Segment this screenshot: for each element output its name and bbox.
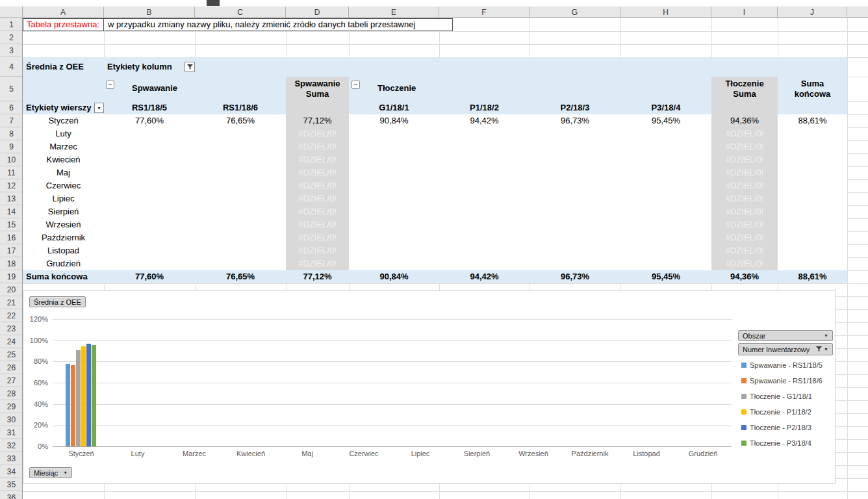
row-header-34[interactable]: 34 <box>0 465 23 478</box>
pivot-cell[interactable]: 95,45% <box>620 114 711 127</box>
row-header-31[interactable]: 31 <box>0 426 23 439</box>
row-header-35[interactable]: 35 <box>0 478 23 491</box>
pivot-row-label[interactable]: Kwiecień <box>23 153 104 166</box>
row-header-14[interactable]: 14 <box>0 205 23 218</box>
pivot-total-cell[interactable]: 95,45% <box>620 270 711 283</box>
pivot-row-label[interactable]: Wrzesień <box>23 218 104 231</box>
column-header-C[interactable]: C <box>195 6 286 18</box>
column-header-E[interactable]: E <box>349 6 439 18</box>
pivot-row-label[interactable]: Maj <box>23 166 104 179</box>
row-header-2[interactable]: 2 <box>0 31 23 44</box>
pivot-cell[interactable]: 77,12% <box>286 114 349 127</box>
note-label-cell[interactable]: Tabela przestawna: <box>23 18 104 31</box>
row-header-15[interactable]: 15 <box>0 218 23 231</box>
column-labels-cell[interactable]: Etykiety kolumn <box>107 57 172 77</box>
pivot-cell[interactable]: #DZIEL/0! <box>711 166 778 179</box>
pivot-cell[interactable]: #DZIEL/0! <box>711 218 778 231</box>
pivot-cell[interactable]: #DZIEL/0! <box>711 257 778 270</box>
pivot-row-label[interactable]: Grudzień <box>23 257 104 270</box>
legend-field-obszar[interactable]: Obszar ▼ <box>738 330 833 341</box>
row-header-32[interactable]: 32 <box>0 439 23 452</box>
column-header-D[interactable]: D <box>286 6 349 18</box>
column-header-A[interactable]: A <box>23 6 104 18</box>
column-header-B[interactable]: B <box>104 6 195 18</box>
pivot-cell[interactable]: #DZIEL/0! <box>286 218 349 231</box>
pivot-cell[interactable]: 88,61% <box>778 114 847 127</box>
column-header-I[interactable]: I <box>711 6 778 18</box>
suma-header-spwawanie[interactable]: Spwawanie Suma <box>286 77 349 101</box>
pivot-cell[interactable]: 94,36% <box>711 114 778 127</box>
pivot-row-label[interactable]: Listopad <box>23 244 104 257</box>
pivot-total-cell[interactable]: 77,60% <box>104 270 195 283</box>
group-header-spwawanie[interactable]: Spwawanie <box>132 77 177 101</box>
pivot-cell[interactable]: #DZIEL/0! <box>711 140 778 153</box>
pivot-total-cell[interactable]: 77,12% <box>286 270 349 283</box>
row-header-30[interactable]: 30 <box>0 413 23 426</box>
pivot-cell[interactable]: #DZIEL/0! <box>286 231 349 244</box>
pivot-total-cell[interactable]: 88,61% <box>778 270 847 283</box>
grand-total-header[interactable]: Suma końcowa <box>778 77 847 101</box>
column-header-J[interactable]: J <box>778 6 847 18</box>
pivot-cell[interactable]: #DZIEL/0! <box>711 205 778 218</box>
row-header-23[interactable]: 23 <box>0 322 23 335</box>
pivot-cell[interactable]: 76,65% <box>195 114 286 127</box>
column-header-H[interactable]: H <box>620 6 711 18</box>
row-header-20[interactable]: 20 <box>0 283 23 296</box>
row-header-25[interactable]: 25 <box>0 348 23 361</box>
pivot-cell[interactable]: #DZIEL/0! <box>711 153 778 166</box>
row-header-8[interactable]: 8 <box>0 127 23 140</box>
pivot-cell[interactable]: #DZIEL/0! <box>711 231 778 244</box>
row-header-13[interactable]: 13 <box>0 192 23 205</box>
row-header-26[interactable]: 26 <box>0 361 23 374</box>
row-header-21[interactable]: 21 <box>0 296 23 309</box>
row-header-36[interactable]: 36 <box>0 491 23 499</box>
pivot-cell[interactable]: #DZIEL/0! <box>286 257 349 270</box>
suma-header-tloczenie[interactable]: Tłoczenie Suma <box>711 77 778 101</box>
pivot-cell[interactable]: #DZIEL/0! <box>286 153 349 166</box>
pivot-cell[interactable]: #DZIEL/0! <box>286 179 349 192</box>
row-labels-cell[interactable]: Etykiety wierszy <box>26 101 91 114</box>
pivot-total-cell[interactable]: 90,84% <box>349 270 439 283</box>
pivot-cell[interactable]: 96,73% <box>530 114 620 127</box>
pivot-row-label[interactable]: Marzec <box>23 140 104 153</box>
pivot-row-label[interactable]: Styczeń <box>23 114 104 127</box>
chart-measure-button[interactable]: Średnia z OEE <box>29 296 86 307</box>
row-header-33[interactable]: 33 <box>0 452 23 465</box>
legend-field-numer-inwentarzowy[interactable]: Numer Inwentarzowy ▼ <box>738 343 833 355</box>
pivot-row-label[interactable]: Luty <box>23 127 104 140</box>
row-header-10[interactable]: 10 <box>0 153 23 166</box>
pivot-total-cell[interactable]: 94,42% <box>439 270 530 283</box>
column-labels-filter-button[interactable] <box>185 62 195 72</box>
row-header-29[interactable]: 29 <box>0 400 23 413</box>
pivot-column-item[interactable]: RS1/18/5 <box>104 101 195 114</box>
pivot-row-label[interactable]: Lipiec <box>23 192 104 205</box>
pivot-measure-cell[interactable]: Średnia z OEE <box>26 57 84 77</box>
row-header-22[interactable]: 22 <box>0 309 23 322</box>
row-header-7[interactable]: 7 <box>0 114 23 127</box>
row-header-11[interactable]: 11 <box>0 166 23 179</box>
row-header-6[interactable]: 6 <box>0 101 23 114</box>
total-row-label[interactable]: Suma końcowa <box>26 270 88 283</box>
pivot-cell[interactable]: 77,60% <box>104 114 195 127</box>
pivot-cell[interactable]: #DZIEL/0! <box>286 244 349 257</box>
pivot-cell[interactable]: #DZIEL/0! <box>286 166 349 179</box>
select-all-corner[interactable] <box>0 6 23 18</box>
pivot-total-cell[interactable]: 76,65% <box>195 270 286 283</box>
group-header-tloczenie[interactable]: Tłoczenie <box>377 77 416 101</box>
row-header-19[interactable]: 19 <box>0 270 23 283</box>
row-header-17[interactable]: 17 <box>0 244 23 257</box>
pivot-cell[interactable]: 94,42% <box>439 114 530 127</box>
pivot-cell[interactable]: #DZIEL/0! <box>286 140 349 153</box>
row-header-1[interactable]: 1 <box>0 18 23 31</box>
row-header-28[interactable]: 28 <box>0 387 23 400</box>
row-header-27[interactable]: 27 <box>0 374 23 387</box>
pivot-column-item[interactable]: P1/18/2 <box>439 101 530 114</box>
pivot-column-item[interactable]: P2/18/3 <box>530 101 620 114</box>
pivot-cell[interactable]: #DZIEL/0! <box>711 179 778 192</box>
row-header-9[interactable]: 9 <box>0 140 23 153</box>
pivot-cell[interactable]: #DZIEL/0! <box>286 192 349 205</box>
pivot-column-item[interactable]: G1/18/1 <box>349 101 439 114</box>
pivot-cell[interactable]: #DZIEL/0! <box>711 127 778 140</box>
pivot-total-cell[interactable]: 96,73% <box>530 270 620 283</box>
collapse-button-spwawanie[interactable]: − <box>106 81 114 89</box>
